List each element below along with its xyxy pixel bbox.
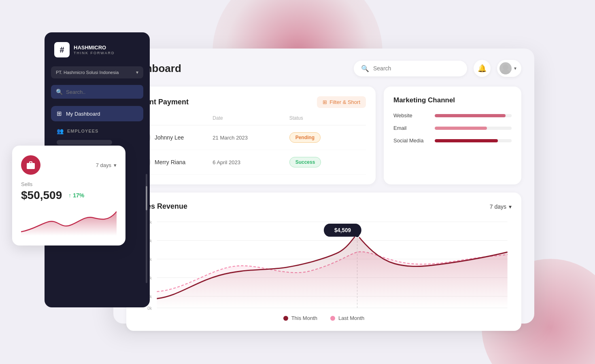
chevron-down-icon: ▾: [514, 66, 516, 71]
channel-label-social: Social Media: [393, 138, 430, 144]
client-date-2: 6 April 2023: [212, 159, 289, 165]
channel-label-email: Email: [393, 125, 430, 131]
sell-period[interactable]: 7 days ▾: [96, 162, 117, 168]
chart-legend: This Month Last Month: [136, 315, 512, 321]
legend-label-last-month: Last Month: [338, 315, 364, 321]
legend-this-month: This Month: [283, 315, 317, 321]
search-icon: 🔍: [361, 65, 369, 72]
client-date-1: 21 March 2023: [212, 135, 289, 141]
channel-bar-bg-website: [435, 114, 512, 117]
table-row: Merry Riana 6 April 2023 Success: [136, 150, 366, 175]
sell-card-header: 7 days ▾: [21, 155, 117, 175]
col-date: Date: [212, 115, 289, 121]
channel-bar-social: [435, 139, 498, 142]
legend-label-this-month: This Month: [291, 315, 317, 321]
company-selector[interactable]: PT. Hashmicro Solusi Indonesia ▾: [51, 66, 143, 78]
filter-label: Filter & Short: [329, 99, 360, 105]
employees-icon: 👥: [57, 128, 64, 134]
sidebar-scrollbar-thumb[interactable]: [146, 186, 147, 210]
filter-short-button[interactable]: ⊞ Filter & Short: [317, 96, 366, 108]
client-status-2: Success: [289, 157, 366, 167]
legend-last-month: Last Month: [330, 315, 364, 321]
status-badge-pending: Pending: [289, 132, 321, 143]
svg-point-1: [501, 70, 510, 74]
status-badge-success: Success: [289, 157, 321, 167]
client-name-2: Merry Riana: [155, 159, 185, 165]
sell-growth-value: 17%: [73, 192, 84, 199]
dashboard-icon: ⊞: [57, 110, 62, 117]
sell-mini-chart: [21, 207, 117, 236]
header-right: 🔍 🔔 ▾: [354, 60, 521, 77]
main-header: Dashboard 🔍 🔔 ▾: [126, 60, 521, 77]
period-select[interactable]: 7 days ▾: [490, 203, 512, 210]
sell-period-label: 7 days: [96, 162, 111, 168]
client-payment-card: Client Payment ⊞ Filter & Short Client D…: [126, 87, 376, 184]
legend-dot-this-month: [283, 316, 288, 321]
chevron-down-icon: ▾: [114, 162, 117, 168]
sidebar-search-input[interactable]: [66, 89, 138, 95]
svg-text:0k: 0k: [147, 305, 152, 310]
sell-label: Sells: [21, 181, 117, 187]
channel-bar-website: [435, 114, 506, 117]
marketing-channel-title: Marketing Channel: [393, 96, 512, 104]
period-label: 7 days: [490, 203, 506, 210]
channel-bar-bg-email: [435, 127, 512, 130]
svg-text:$4,509: $4,509: [334, 226, 351, 233]
search-icon: 🔍: [56, 89, 63, 95]
marketing-channel-card: Marketing Channel Website Email Social M…: [384, 87, 521, 184]
chevron-down-icon: ▾: [509, 203, 512, 210]
sales-header: Sales Revenue 7 days ▾: [136, 202, 512, 211]
sell-widget: 7 days ▾ Sells $50,509 ↑ 17%: [12, 146, 125, 245]
svg-point-0: [503, 64, 508, 70]
filter-icon: ⊞: [323, 99, 327, 105]
channel-bar-email: [435, 127, 487, 130]
sidebar-item-label: My Dashboard: [66, 111, 100, 117]
channel-social: Social Media: [393, 138, 512, 144]
logo-tagline: THINK FORWARD: [74, 51, 115, 55]
client-name-1: Johnny Lee: [155, 134, 184, 141]
avatar: [499, 62, 512, 74]
logo: # HASHMICRO THINK FORWARD: [51, 42, 143, 57]
top-content-grid: Client Payment ⊞ Filter & Short Client D…: [126, 87, 521, 184]
company-name: PT. Hashmicro Solusi Indonesia: [56, 70, 119, 75]
sell-value-row: $50,509 ↑ 17%: [21, 189, 117, 202]
channel-website: Website: [393, 112, 512, 119]
search-bar[interactable]: 🔍: [354, 61, 467, 76]
channel-bar-bg-social: [435, 139, 512, 142]
client-status-1: Pending: [289, 132, 366, 143]
sidebar-item-dashboard[interactable]: ⊞ My Dashboard: [51, 106, 143, 121]
chevron-down-icon: ▾: [136, 70, 138, 75]
table-header: Client Date Status: [136, 115, 366, 125]
main-panel: Dashboard 🔍 🔔 ▾: [113, 49, 534, 324]
sell-growth: ↑ 17%: [68, 192, 84, 199]
arrow-up-icon: ↑: [68, 192, 71, 199]
bell-icon: 🔔: [478, 64, 487, 73]
avatar-button[interactable]: ▾: [497, 60, 521, 77]
sell-value: $50,509: [21, 189, 62, 202]
logo-icon: #: [54, 42, 70, 57]
sell-icon: [21, 155, 40, 175]
notification-button[interactable]: 🔔: [474, 60, 491, 77]
channel-label-website: Website: [393, 112, 430, 119]
legend-dot-last-month: [330, 316, 335, 321]
col-status: Status: [289, 115, 366, 121]
search-input[interactable]: [373, 65, 460, 72]
table-row: Johnny Lee 21 March 2023 Pending: [136, 125, 366, 150]
channel-email: Email: [393, 125, 512, 131]
chart-area: 25k 20k 15k 10k 5k 0k: [136, 217, 512, 310]
sales-chart-svg: 25k 20k 15k 10k 5k 0k: [136, 217, 512, 310]
client-payment-header: Client Payment ⊞ Filter & Short: [136, 96, 366, 108]
logo-name: HASHMICRO: [74, 44, 115, 51]
sales-revenue-card: Sales Revenue 7 days ▾ 25k 20: [126, 193, 521, 331]
sidebar-skeleton-1: [57, 140, 112, 145]
sidebar-section-employees: 👥 EMPLOYEES: [51, 123, 143, 137]
sidebar-search-bar[interactable]: 🔍: [51, 85, 143, 99]
